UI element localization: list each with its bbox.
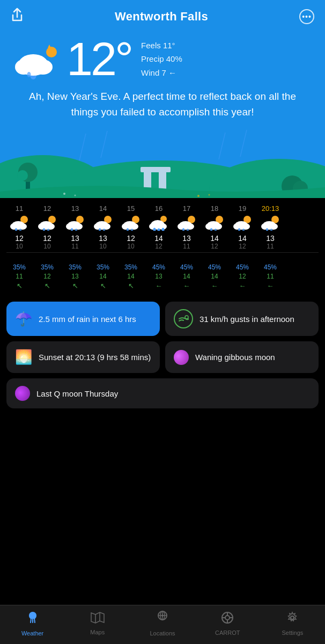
location-title: Wentworth Falls	[115, 10, 208, 24]
hourly-row: 11 121012 121013 131114 131015	[0, 198, 325, 250]
hour-temp-low: 10	[43, 243, 50, 250]
svg-line-21	[101, 131, 107, 158]
top-bar: Wentworth Falls •••	[0, 0, 325, 30]
hour-temp-high: 14	[154, 234, 163, 243]
svg-point-114	[291, 616, 294, 619]
more-icon[interactable]: •••	[299, 9, 314, 24]
hour-weather-icon	[261, 215, 280, 233]
nav-item-weather[interactable]: Weather	[0, 611, 65, 636]
precip-label: 45%	[180, 264, 193, 271]
wind-dir: ↖	[72, 282, 78, 290]
wind-speed: 14	[211, 273, 218, 280]
svg-rect-60	[124, 224, 137, 229]
detail-col: 45%13←	[145, 264, 173, 290]
wind-speed: 11	[16, 273, 23, 280]
detail-col: 45%11←	[256, 264, 284, 290]
svg-point-109	[225, 616, 230, 620]
info-card-lastq[interactable]: Last Q moon Thursday	[6, 378, 319, 408]
svg-point-26	[197, 195, 200, 197]
wind-dir: ←	[156, 282, 162, 290]
precip-label: 35%	[97, 264, 109, 271]
hour-label: 12	[43, 204, 51, 213]
bottom-nav: Weather Maps Locations	[0, 605, 325, 644]
hour-weather-icon	[177, 215, 196, 233]
hour-temp-low: 10	[99, 243, 106, 250]
detail-col: 35%12↖	[33, 264, 61, 290]
wind-speed: 13	[155, 273, 162, 280]
hour-temp-low: 12	[155, 243, 162, 250]
svg-rect-14	[141, 167, 171, 172]
hour-temp-low: 11	[183, 243, 190, 250]
hour-weather-icon	[121, 215, 141, 233]
hour-weather-icon	[10, 215, 29, 233]
weather-message: Ah, New Year's Eve. A perfect time to re…	[0, 85, 325, 128]
sunset-icon: 🌅	[15, 349, 32, 365]
hour-temp-high: 13	[266, 234, 275, 243]
nav-item-carrot[interactable]: CARROT	[195, 611, 260, 636]
hour-col: 16 1412	[145, 204, 173, 250]
precip-label: 35%	[69, 264, 82, 271]
svg-rect-75	[180, 224, 193, 229]
svg-point-25	[75, 195, 76, 196]
hour-weather-icon	[149, 215, 168, 233]
hour-col: 11 1210	[5, 204, 33, 250]
lastq-moon-icon	[15, 386, 30, 401]
hour-col: 12 1210	[33, 204, 61, 250]
precip: Precip 40%	[141, 52, 182, 66]
svg-rect-4	[19, 64, 47, 72]
svg-line-20	[79, 134, 86, 160]
rain-icon: ☂️	[15, 311, 32, 327]
wind-speed: 14	[99, 273, 106, 280]
svg-point-99	[185, 316, 188, 319]
hour-temp-low: 10	[127, 243, 134, 250]
detail-col: 35%11↖	[5, 264, 33, 290]
svg-line-22	[219, 133, 225, 159]
svg-rect-32	[12, 224, 25, 229]
nav-item-locations[interactable]: Locations	[130, 611, 195, 636]
svg-rect-96	[263, 224, 276, 229]
info-card-rain[interactable]: ☂️2.5 mm of rain in next 6 hrs	[6, 302, 160, 336]
hour-col: 19 1412	[228, 204, 256, 250]
maps-nav-icon	[91, 612, 105, 627]
weather-card: Wentworth Falls ••• 12°	[0, 0, 325, 198]
card-text-lastq: Last Q moon Thursday	[36, 388, 118, 399]
precip-label: 35%	[41, 264, 54, 271]
wind-dir: ↖	[128, 282, 134, 290]
info-card-moon[interactable]: Waning gibbous moon	[165, 341, 319, 373]
nav-item-maps[interactable]: Maps	[65, 612, 130, 635]
detail-col: 35%14↖	[89, 264, 117, 290]
hour-weather-icon	[65, 215, 85, 233]
svg-point-107	[161, 614, 164, 617]
wind-dir: ←	[183, 282, 190, 290]
hour-temp-low: 11	[71, 243, 78, 250]
hour-col: 14 1310	[89, 204, 117, 250]
hour-label: 17	[183, 204, 190, 213]
wind-speed: 12	[239, 273, 246, 280]
hour-label: 16	[155, 204, 162, 213]
detail-col: 45%12←	[228, 264, 256, 290]
hourly-scroll[interactable]: 11 121012 121013 131114 131015	[0, 198, 325, 293]
hour-temp-high: 12	[127, 234, 135, 243]
hour-label: 11	[16, 204, 23, 213]
svg-point-27	[209, 194, 210, 196]
hour-temp-low: 12	[211, 243, 218, 250]
hour-col: 15 1210	[117, 204, 145, 250]
info-card-sunset[interactable]: 🌅Sunset at 20:13 (9 hrs 58 mins)	[6, 341, 160, 373]
info-card-wind[interactable]: 31 km/h gusts in afternoon	[165, 302, 319, 336]
precip-label: 45%	[236, 264, 249, 271]
card-text-moon: Waning gibbous moon	[195, 352, 275, 363]
divider	[6, 252, 319, 253]
feels-like: Feels 11°	[141, 39, 182, 53]
wind-dir: ←	[211, 282, 218, 290]
precip-label: 45%	[152, 264, 165, 271]
hour-temp-high: 12	[15, 234, 24, 243]
wind-dir: ←	[267, 282, 274, 290]
svg-rect-53	[96, 224, 109, 229]
detail-col: 45%14←	[201, 264, 228, 290]
carrot-nav-label: CARROT	[215, 630, 240, 636]
hour-temp-high: 13	[71, 234, 79, 243]
nav-item-settings[interactable]: Settings	[260, 611, 325, 636]
hour-col: 18 1412	[201, 204, 228, 250]
share-icon[interactable]	[11, 8, 24, 26]
svg-marker-100	[91, 612, 104, 623]
